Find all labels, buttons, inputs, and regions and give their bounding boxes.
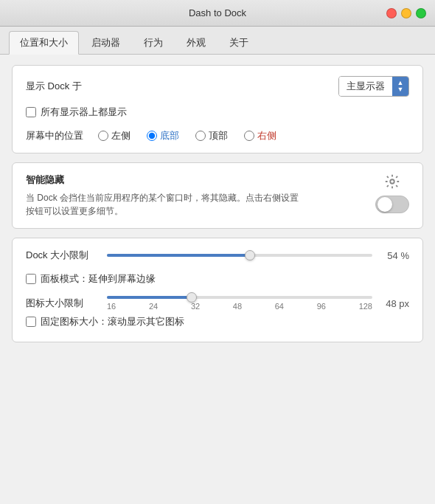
all-monitors-checkbox[interactable]	[26, 107, 36, 117]
monitor-select-value: 主显示器	[339, 77, 392, 96]
icon-ticks: 16 24 32 48 64 96 128	[107, 302, 372, 311]
radio-left-label[interactable]: 左侧	[111, 129, 130, 142]
monitor-select-arrows[interactable]: ▲ ▼	[392, 77, 408, 96]
position-row: 屏幕中的位置 左侧 底部 顶部 右侧	[26, 129, 409, 142]
tick-96: 96	[317, 302, 326, 311]
arrow-down-icon: ▼	[397, 86, 404, 93]
tick-64: 64	[275, 302, 284, 311]
fixed-size-label[interactable]: 固定图标大小：滚动显示其它图标	[41, 315, 184, 328]
display-section: 显示 Dock 于 主显示器 ▲ ▼ 所有显示器上都显示 屏幕中的位置 左侧	[12, 65, 423, 153]
main-content: 显示 Dock 于 主显示器 ▲ ▼ 所有显示器上都显示 屏幕中的位置 左侧	[0, 55, 435, 503]
dock-size-value: 54 %	[380, 250, 409, 261]
titlebar: Dash to Dock	[0, 0, 435, 27]
tabbar: 位置和大小 启动器 行为 外观 关于	[0, 27, 435, 55]
smart-hide-text: 智能隐藏 当 Dock 会挡住当前应用程序的某个窗口时，将其隐藏。点击右侧设置按…	[26, 173, 306, 218]
dock-size-label: Dock 大小限制	[26, 249, 100, 262]
radio-right-label[interactable]: 右侧	[257, 129, 276, 142]
position-top: 顶部	[195, 129, 228, 142]
tick-24: 24	[149, 302, 158, 311]
tick-48: 48	[233, 302, 242, 311]
tab-launcher[interactable]: 启动器	[80, 31, 131, 54]
icon-slider-wrap: 16 24 32 48 64 96 128	[107, 296, 372, 311]
tab-position-size[interactable]: 位置和大小	[9, 31, 79, 55]
icon-slider-thumb[interactable]	[187, 292, 197, 303]
dock-size-fill	[107, 254, 250, 257]
smart-hide-desc: 当 Dock 会挡住当前应用程序的某个窗口时，将其隐藏。点击右侧设置按钮可以设置…	[26, 191, 306, 218]
icon-slider-fill	[107, 296, 192, 299]
icon-slider-track	[107, 296, 372, 299]
dock-size-thumb[interactable]	[245, 250, 255, 260]
tab-appearance[interactable]: 外观	[175, 31, 217, 54]
smart-hide-toggle-area	[375, 173, 409, 213]
panel-mode-label[interactable]: 面板模式：延伸到屏幕边缘	[41, 272, 156, 286]
all-monitors-row: 所有显示器上都显示	[26, 106, 409, 119]
maximize-button[interactable]	[416, 8, 426, 18]
radio-left[interactable]	[98, 131, 108, 141]
radio-top-label[interactable]: 顶部	[209, 129, 228, 142]
panel-mode-row: 面板模式：延伸到屏幕边缘	[26, 272, 409, 286]
smart-hide-toggle[interactable]	[375, 196, 409, 213]
window-title: Dash to Dock	[189, 7, 246, 18]
radio-right[interactable]	[244, 131, 254, 141]
dock-size-track	[107, 254, 372, 257]
monitor-select[interactable]: 主显示器 ▲ ▼	[338, 76, 409, 97]
position-left: 左侧	[98, 129, 130, 142]
position-right: 右侧	[244, 129, 276, 142]
fixed-size-row: 固定图标大小：滚动显示其它图标	[26, 315, 409, 328]
dock-size-row: Dock 大小限制 54 %	[26, 249, 409, 262]
icon-size-value: 48 px	[380, 298, 409, 309]
tab-about[interactable]: 关于	[218, 31, 260, 54]
gear-icon[interactable]	[384, 173, 400, 190]
fixed-size-checkbox[interactable]	[26, 317, 36, 327]
position-bottom: 底部	[147, 129, 179, 142]
all-monitors-label[interactable]: 所有显示器上都显示	[41, 106, 127, 119]
radio-top[interactable]	[195, 131, 206, 141]
show-dock-label: 显示 Dock 于	[26, 80, 82, 93]
dock-size-section: Dock 大小限制 54 % 面板模式：延伸到屏幕边缘 图标大小限制	[12, 238, 423, 342]
show-dock-row: 显示 Dock 于 主显示器 ▲ ▼	[26, 76, 409, 97]
position-radio-group: 左侧 底部 顶部 右侧	[98, 129, 276, 142]
smart-hide-controls: 智能隐藏 当 Dock 会挡住当前应用程序的某个窗口时，将其隐藏。点击右侧设置按…	[26, 173, 409, 218]
tick-32: 32	[191, 302, 200, 311]
close-button[interactable]	[386, 8, 397, 18]
tab-behavior[interactable]: 行为	[133, 31, 174, 54]
icon-size-row: 图标大小限制 16 24 32 48 64 96 128	[26, 296, 409, 311]
radio-bottom[interactable]	[147, 131, 157, 141]
icon-size-container: 图标大小限制 16 24 32 48 64 96 128	[26, 296, 409, 328]
position-label: 屏幕中的位置	[26, 129, 83, 142]
panel-mode-checkbox[interactable]	[26, 274, 36, 284]
svg-point-0	[390, 179, 394, 184]
tick-16: 16	[107, 302, 116, 311]
radio-bottom-label[interactable]: 底部	[160, 129, 179, 142]
tick-128: 128	[359, 302, 372, 311]
window-controls	[386, 8, 426, 18]
smart-hide-section: 智能隐藏 当 Dock 会挡住当前应用程序的某个窗口时，将其隐藏。点击右侧设置按…	[12, 162, 423, 229]
icon-size-label: 图标大小限制	[26, 297, 100, 310]
toggle-knob	[377, 197, 392, 212]
minimize-button[interactable]	[401, 8, 411, 18]
smart-hide-title: 智能隐藏	[26, 173, 306, 187]
